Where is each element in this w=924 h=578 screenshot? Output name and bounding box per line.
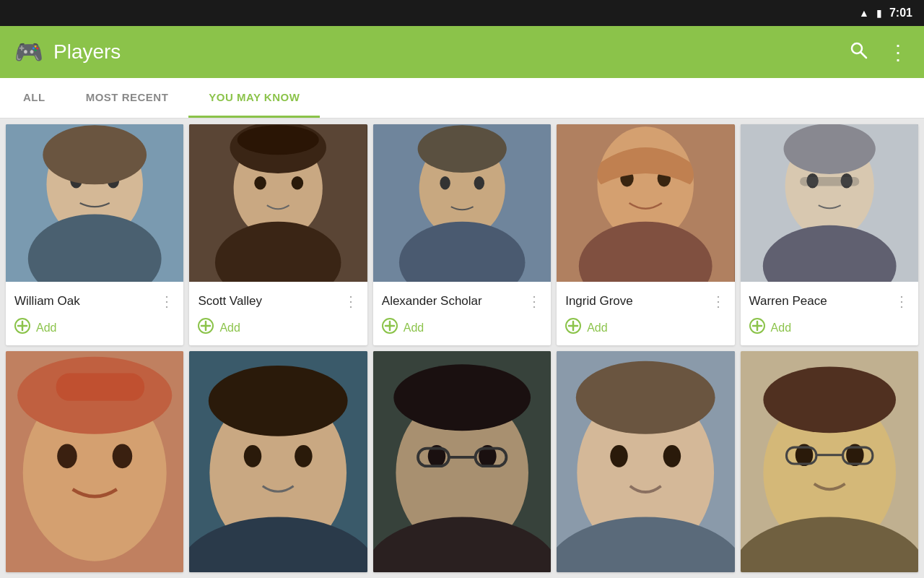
player-photo [373,351,551,572]
app-bar-right: ⋮ [849,40,910,64]
add-button[interactable]: Add [587,322,607,335]
tab-you-may-know[interactable]: YOU MAY KNOW [188,78,320,118]
player-photo [557,124,734,282]
player-card [557,351,734,572]
player-card: Scott Valley ⋮ Add [189,124,367,345]
svg-point-55 [113,444,133,469]
player-card: Alexander Scholar ⋮ Add [373,124,551,345]
add-circle-icon [749,318,765,338]
app-bar: 🎮 Players ⋮ [0,26,924,78]
player-action: Add [189,314,367,345]
player-card: Warren Peace ⋮ Add [741,124,918,345]
app-bar-left: 🎮 Players [14,38,849,66]
add-circle-icon [198,318,214,338]
svg-point-15 [292,176,303,189]
svg-point-77 [576,361,715,434]
svg-point-27 [417,125,506,173]
svg-point-86 [763,366,896,433]
svg-point-76 [663,445,681,467]
content-area: William Oak ⋮ Add [0,118,924,578]
add-circle-icon [14,318,30,338]
player-card: Ingrid Grove ⋮ Add [557,124,734,345]
player-card [373,351,551,572]
player-action: Add [557,314,734,345]
player-card [189,351,367,572]
svg-point-17 [237,125,319,155]
player-photo [557,351,734,572]
player-more-icon[interactable]: ⋮ [894,294,910,309]
svg-point-59 [244,445,261,467]
tabs-bar: ALL MOST RECENT YOU MAY KNOW [0,78,924,118]
player-name: William Oak [14,294,80,309]
tab-all[interactable]: ALL [0,78,66,118]
player-more-icon[interactable]: ⋮ [160,294,175,309]
wifi-icon: ▲ [859,7,869,19]
player-photo [741,124,918,282]
player-name: Ingrid Grove [565,294,633,309]
player-info: Warren Peace ⋮ [741,282,918,314]
add-button[interactable]: Add [404,322,424,335]
svg-point-60 [295,445,313,467]
player-action: Add [373,314,551,345]
svg-point-14 [255,176,266,189]
player-info: Scott Valley ⋮ [189,282,367,314]
status-bar: ▲ ▮ 7:01 [0,0,924,26]
player-name: Warren Peace [749,294,827,309]
player-card [741,351,918,572]
svg-point-7 [43,125,147,184]
add-button[interactable]: Add [36,322,56,335]
svg-rect-45 [800,177,859,186]
player-photo [741,351,918,572]
add-button[interactable]: Add [771,322,791,335]
add-circle-icon [382,318,398,338]
svg-point-71 [393,364,531,431]
player-card [6,351,183,572]
add-circle-icon [565,318,581,338]
status-time: 7:01 [889,7,912,20]
player-info: William Oak ⋮ [6,282,183,314]
svg-point-61 [209,366,348,436]
player-grid: William Oak ⋮ Add [6,124,918,572]
player-info: Alexander Scholar ⋮ [373,282,551,314]
player-photo [6,124,183,282]
tab-most-recent[interactable]: MOST RECENT [66,78,189,118]
svg-line-1 [861,52,867,58]
player-photo [6,351,183,572]
player-more-icon[interactable]: ⋮ [344,294,359,309]
search-icon[interactable] [849,40,868,64]
svg-point-25 [440,176,450,189]
svg-point-26 [474,176,484,189]
gamepad-icon: 🎮 [14,38,43,66]
battery-icon: ▮ [876,7,882,19]
svg-point-54 [57,444,77,469]
player-photo [373,124,551,282]
svg-rect-53 [56,374,144,401]
player-name: Alexander Scholar [382,294,482,309]
svg-point-75 [610,445,627,467]
player-info: Ingrid Grove ⋮ [557,282,734,314]
player-more-icon[interactable]: ⋮ [527,294,542,309]
svg-point-46 [783,124,875,174]
more-vert-icon[interactable]: ⋮ [888,40,910,64]
player-more-icon[interactable]: ⋮ [711,294,726,309]
player-name: Scott Valley [198,294,262,309]
player-photo [189,351,367,572]
player-card: William Oak ⋮ Add [6,124,183,345]
player-action: Add [741,314,918,345]
player-action: Add [6,314,183,345]
player-photo [189,124,367,282]
add-button[interactable]: Add [219,322,240,335]
app-title: Players [53,40,121,64]
